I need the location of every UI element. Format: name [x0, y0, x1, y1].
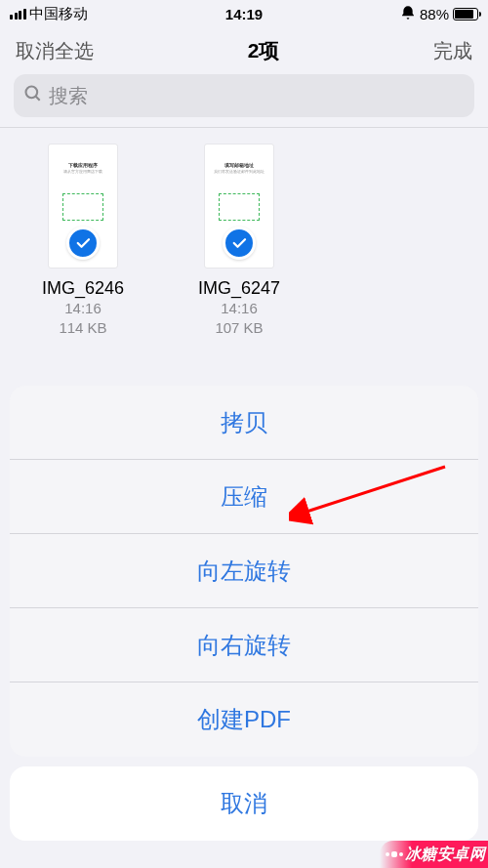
action-rotate-left[interactable]: 向左旋转 — [10, 534, 478, 608]
action-rotate-right[interactable]: 向右旋转 — [10, 608, 478, 682]
action-copy[interactable]: 拷贝 — [10, 386, 478, 460]
cancel-button[interactable]: 取消 — [10, 766, 478, 841]
action-compress[interactable]: 压缩 — [10, 460, 478, 534]
action-sheet: 拷贝 压缩 向左旋转 向右旋转 创建PDF 取消 — [0, 386, 488, 868]
action-sheet-group: 拷贝 压缩 向左旋转 向右旋转 创建PDF — [10, 386, 478, 757]
watermark-text: 冰糖安卓网 — [405, 845, 486, 865]
action-create-pdf[interactable]: 创建PDF — [10, 682, 478, 757]
watermark-logo-icon — [391, 851, 397, 857]
watermark: 冰糖安卓网 — [380, 841, 489, 868]
